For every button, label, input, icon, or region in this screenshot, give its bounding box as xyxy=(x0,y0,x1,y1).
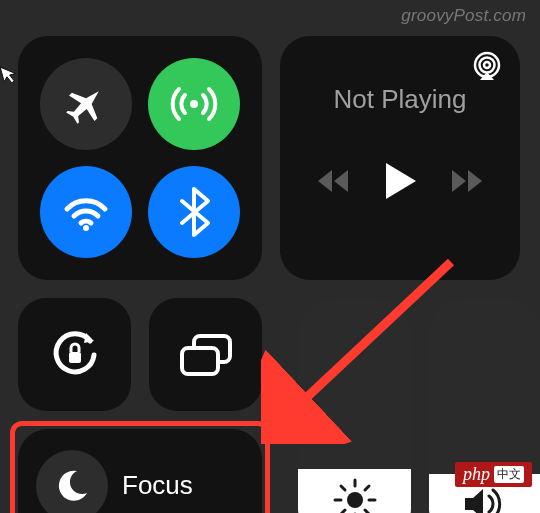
airplay-icon xyxy=(470,50,504,84)
svg-point-3 xyxy=(480,58,495,73)
screen-mirroring-icon xyxy=(178,332,234,378)
control-center: Not Playing xyxy=(18,36,520,509)
watermark-text: groovyPost.com xyxy=(401,6,526,26)
airplane-icon xyxy=(62,80,110,128)
cellular-data-toggle[interactable] xyxy=(148,58,240,150)
orientation-lock-button[interactable] xyxy=(18,298,131,411)
media-panel: Not Playing xyxy=(280,36,520,280)
brightness-slider[interactable] xyxy=(298,298,411,513)
screen-mirroring-button[interactable] xyxy=(149,298,262,411)
svg-point-8 xyxy=(347,492,363,508)
svg-point-1 xyxy=(83,225,89,231)
focus-button[interactable]: Focus xyxy=(18,429,262,513)
svg-point-0 xyxy=(190,100,198,108)
airplay-button[interactable] xyxy=(470,50,504,88)
bluetooth-icon xyxy=(172,185,216,239)
rewind-icon xyxy=(314,166,356,196)
connectivity-panel xyxy=(18,36,262,280)
volume-icon xyxy=(461,484,511,513)
next-track-button[interactable] xyxy=(444,166,486,200)
forward-icon xyxy=(444,166,486,196)
svg-point-4 xyxy=(484,62,490,68)
moon-icon xyxy=(53,467,91,505)
airplane-mode-toggle[interactable] xyxy=(40,58,132,150)
svg-line-13 xyxy=(341,486,345,490)
orientation-lock-icon xyxy=(46,326,104,384)
svg-rect-5 xyxy=(69,352,81,363)
svg-rect-7 xyxy=(182,348,218,374)
svg-line-16 xyxy=(365,486,369,490)
focus-icon-container xyxy=(36,450,108,514)
previous-track-button[interactable] xyxy=(314,166,356,200)
play-icon xyxy=(380,159,420,203)
media-status-text: Not Playing xyxy=(334,84,467,115)
bluetooth-toggle[interactable] xyxy=(148,166,240,258)
cellular-icon xyxy=(167,77,221,131)
brightness-icon xyxy=(331,476,379,513)
wifi-toggle[interactable] xyxy=(40,166,132,258)
wifi-icon xyxy=(59,185,113,239)
php-watermark: php中文 xyxy=(455,462,532,487)
focus-highlight-annotation: Focus xyxy=(18,429,262,513)
focus-label: Focus xyxy=(122,470,193,501)
play-button[interactable] xyxy=(380,159,420,207)
